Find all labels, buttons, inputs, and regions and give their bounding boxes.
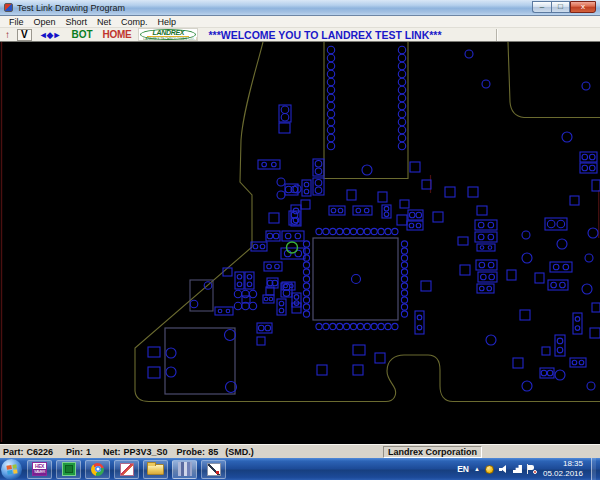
menu-item-help[interactable]: Help [153, 17, 182, 27]
bot-button[interactable]: BOT [71, 29, 92, 40]
maximize-button[interactable]: □ [551, 1, 570, 13]
taskbar-item-chrome[interactable] [85, 460, 110, 479]
taskbar-item-pcb-tool[interactable] [56, 460, 81, 479]
status-part-value: C6226 [27, 447, 54, 457]
tray-app-icon[interactable] [485, 465, 494, 474]
menu-item-file[interactable]: File [4, 17, 29, 27]
clock[interactable]: 18:35 05.02.2016 [541, 459, 583, 479]
status-probe-label: Probe: [177, 447, 206, 457]
view-button[interactable]: V [17, 29, 32, 41]
menu-item-comp[interactable]: Comp. [116, 17, 153, 27]
status-part-label: Part: [3, 447, 24, 457]
taskbar-item-hex-editor[interactable]: HEX SAVER [27, 460, 52, 479]
show-desktop-button[interactable] [591, 458, 596, 480]
status-probe-value: 85 [208, 447, 218, 457]
language-indicator[interactable]: EN [457, 464, 469, 474]
taskbar: HEX SAVER EN ▲ 18:35 05.02. [0, 458, 600, 480]
status-pin-label: Pin: [66, 447, 83, 457]
hex-editor-icon: HEX SAVER [32, 462, 47, 476]
clock-date: 05.02.2016 [543, 469, 583, 479]
probe-arrow-icon[interactable]: ↑ [5, 29, 10, 41]
pan-arrows-icon[interactable]: ◄◆► [39, 29, 61, 41]
pcb-tool-icon [62, 462, 76, 476]
action-center-flag-icon[interactable] [527, 464, 536, 474]
landrex-logo: LANDREX LANDREX TECHNOLOGIES CO., LTD. [138, 28, 198, 41]
testlink-app-icon [178, 462, 192, 476]
system-tray: EN ▲ 18:35 05.02.2016 [457, 458, 600, 480]
taskbar-icons: HEX SAVER [27, 460, 226, 479]
home-button[interactable]: HOME [103, 29, 132, 40]
status-mount-type: (SMD.) [225, 447, 254, 457]
windows-logo-icon [6, 464, 17, 474]
folder-icon [147, 464, 164, 475]
menu-item-net[interactable]: Net [92, 17, 116, 27]
network-icon[interactable] [513, 465, 522, 473]
status-net-label: Net: [103, 447, 121, 457]
taskbar-item-testlink[interactable] [172, 460, 197, 479]
logo-subtext: LANDREX TECHNOLOGIES CO., LTD. [144, 37, 193, 40]
logo-text: LANDREX [139, 29, 197, 36]
status-bar: Part: C6226 Pin: 1 Net: PP3V3_S0 Probe: … [0, 444, 600, 458]
status-pin-value: 1 [86, 447, 91, 457]
menu-item-open[interactable]: Open [29, 17, 61, 27]
window-title: Test Link Drawing Program [17, 3, 125, 13]
welcome-banner: ***WELCOME YOU TO LANDREX TEST LINK*** [203, 28, 447, 42]
clock-time: 18:35 [543, 459, 583, 469]
taskbar-item-paint[interactable] [114, 460, 139, 479]
taskbar-item-editor[interactable] [201, 460, 226, 479]
toolbar-separator [496, 29, 498, 41]
menu-item-short[interactable]: Short [61, 17, 93, 27]
start-button[interactable] [1, 459, 22, 480]
status-net-value: PP3V3_S0 [124, 447, 168, 457]
paint-icon [120, 463, 134, 476]
hidden-icons-button[interactable]: ▲ [474, 466, 480, 472]
taskbar-item-explorer[interactable] [143, 460, 168, 479]
notification-badge [533, 470, 537, 474]
title-bar: Test Link Drawing Program – □ x [0, 0, 600, 16]
pcb-board-svg[interactable] [0, 42, 600, 444]
pcb-drawing-area[interactable] [0, 42, 600, 444]
app-icon [4, 3, 13, 12]
pen-document-icon [207, 463, 221, 476]
volume-icon[interactable] [499, 465, 508, 473]
toolbar: ↑ V ◄◆► BOT HOME LANDREX LANDREX TECHNOL… [0, 28, 600, 42]
close-button[interactable]: x [570, 1, 596, 13]
status-company: Landrex Corporation [383, 446, 482, 458]
minimize-button[interactable]: – [532, 1, 551, 13]
window-controls: – □ x [532, 0, 600, 13]
menu-bar: File Open Short Net Comp. Help [0, 16, 600, 28]
chrome-icon [91, 463, 104, 476]
